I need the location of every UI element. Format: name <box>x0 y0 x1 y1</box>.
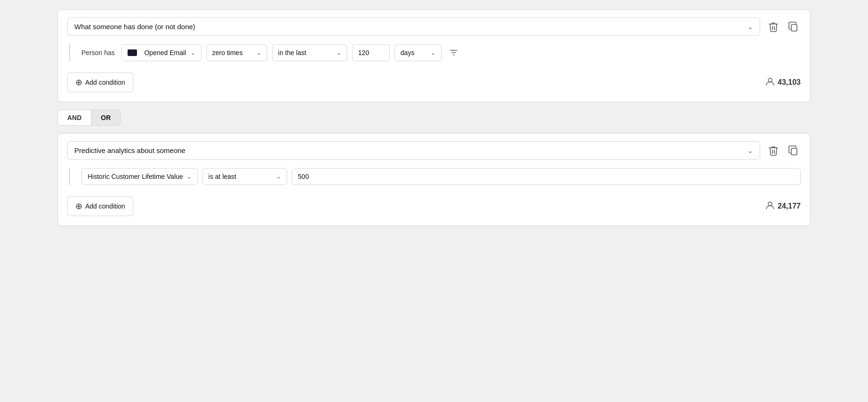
unit-dropdown-label: days <box>401 49 415 56</box>
group-1-plus-icon: ⊕ <box>75 77 82 88</box>
group-2-add-condition-label: Add condition <box>85 202 125 210</box>
group-2-delete-button[interactable] <box>766 143 781 159</box>
operator-dropdown[interactable]: is at least ⌄ <box>202 168 287 185</box>
group-1-count-value: 43,103 <box>778 78 801 87</box>
group-1-condition-row: Person has Opened Email ⌄ zero times ⌄ i… <box>69 44 801 61</box>
group-1-user-icon <box>765 77 775 88</box>
svg-point-1 <box>768 78 772 82</box>
operator-dropdown-chevron-icon: ⌄ <box>276 173 281 180</box>
group-1-type-label: What someone has done (or not done) <box>74 23 195 31</box>
operator-dropdown-label: is at least <box>209 173 236 180</box>
group-1-copy-button[interactable] <box>786 19 801 35</box>
flag-icon <box>128 49 137 56</box>
group-2-add-condition-button[interactable]: ⊕ Add condition <box>67 196 133 216</box>
timeframe-dropdown-chevron-icon: ⌄ <box>337 49 341 56</box>
days-number-input[interactable] <box>352 44 390 61</box>
group-2-count-value: 24,177 <box>778 202 801 210</box>
action-dropdown-chevron-icon: ⌄ <box>191 49 195 56</box>
group-2-type-chevron-icon: ⌄ <box>747 147 753 154</box>
group-2-actions <box>766 143 801 159</box>
group-2-footer: ⊕ Add condition 24,177 <box>67 196 801 216</box>
group-1-type-chevron-icon: ⌄ <box>747 23 753 31</box>
group-2-type-label: Predictive analytics about someone <box>74 146 185 154</box>
frequency-dropdown-chevron-icon: ⌄ <box>257 49 261 56</box>
timeframe-dropdown-label: in the last <box>278 49 306 56</box>
group-2-type-dropdown[interactable]: Predictive analytics about someone ⌄ <box>67 141 760 160</box>
group-1-count: 43,103 <box>765 77 801 88</box>
group-2-header: Predictive analytics about someone ⌄ <box>67 141 801 160</box>
group-2-user-icon <box>765 201 775 212</box>
group-1-delete-button[interactable] <box>766 19 781 35</box>
or-button[interactable]: OR <box>91 110 121 126</box>
condition-group-1: What someone has done (or not done) ⌄ <box>57 9 811 102</box>
timeframe-dropdown[interactable]: in the last ⌄ <box>272 44 347 61</box>
group-2-plus-icon: ⊕ <box>75 201 82 211</box>
metric-dropdown-chevron-icon: ⌄ <box>187 173 192 180</box>
metric-dropdown[interactable]: Historic Customer Lifetime Value ⌄ <box>81 168 198 185</box>
svg-rect-0 <box>791 24 797 31</box>
metric-dropdown-label: Historic Customer Lifetime Value <box>88 173 183 180</box>
action-dropdown-label: Opened Email <box>144 49 186 56</box>
condition-group-2: Predictive analytics about someone ⌄ <box>57 133 811 226</box>
action-dropdown[interactable]: Opened Email ⌄ <box>121 44 201 61</box>
unit-dropdown-chevron-icon: ⌄ <box>431 49 435 56</box>
logic-toggle: AND OR <box>57 110 811 126</box>
svg-point-3 <box>768 202 772 206</box>
frequency-dropdown-label: zero times <box>212 49 243 56</box>
group-1-actions <box>766 19 801 35</box>
value-input[interactable] <box>292 168 801 185</box>
unit-dropdown[interactable]: days ⌄ <box>394 44 442 61</box>
group-1-add-condition-button[interactable]: ⊕ Add condition <box>67 72 133 92</box>
and-button[interactable]: AND <box>57 110 91 126</box>
group-1-add-condition-label: Add condition <box>85 79 125 86</box>
page-wrapper: What someone has done (or not done) ⌄ <box>57 9 811 226</box>
svg-rect-2 <box>791 148 797 155</box>
person-has-label: Person has <box>81 49 115 56</box>
group-1-footer: ⊕ Add condition 43,103 <box>67 72 801 92</box>
group-2-copy-button[interactable] <box>786 143 801 159</box>
group-1-type-dropdown[interactable]: What someone has done (or not done) ⌄ <box>67 17 760 36</box>
frequency-dropdown[interactable]: zero times ⌄ <box>206 44 267 61</box>
group-2-condition-row: Historic Customer Lifetime Value ⌄ is at… <box>69 168 801 185</box>
filter-button[interactable] <box>446 45 461 60</box>
group-1-header: What someone has done (or not done) ⌄ <box>67 17 801 36</box>
group-2-count: 24,177 <box>765 201 801 212</box>
